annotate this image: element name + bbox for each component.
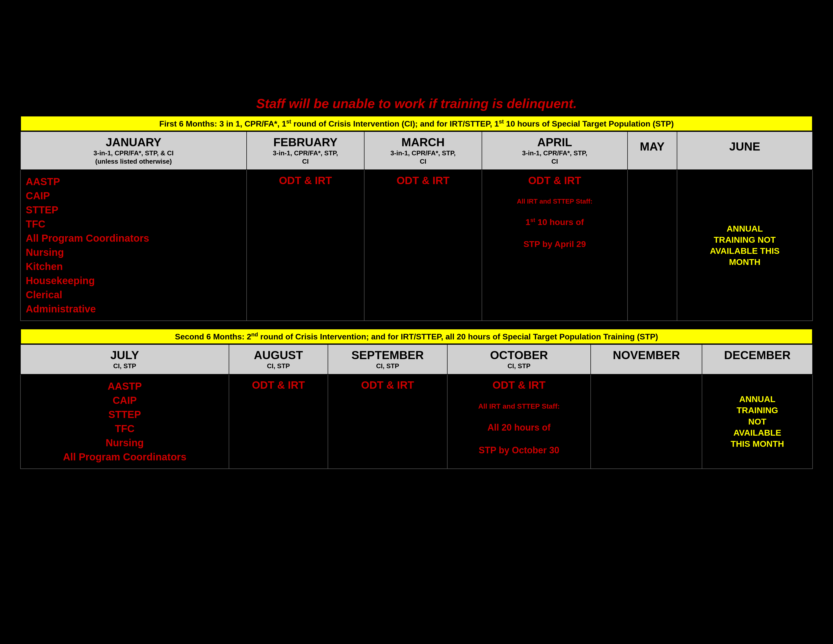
first-half-header-row: JANUARY 3-in-1, CPR/FA*, STP, & CI(unles… xyxy=(21,132,812,170)
march-odt: ODT & IRT xyxy=(397,174,450,187)
october-irt-note-line1: All IRT and STTEP Staff: xyxy=(453,401,585,411)
banner1-text: First 6 Months: 3 in 1, CPR/FA*, 1st rou… xyxy=(159,119,674,128)
july-item-sttep: STTEP xyxy=(26,407,224,422)
main-container: Staff will be unable to work if training… xyxy=(20,96,813,469)
october-irt-note-line3: STP by October 30 xyxy=(453,444,585,457)
january-item-nursing: Nursing xyxy=(26,245,241,259)
october-sub: CI, STP xyxy=(450,362,589,373)
april-irt-note-line1: All IRT and STTEP Staff: xyxy=(487,197,622,206)
headline: Staff will be unable to work if training… xyxy=(20,96,813,111)
section-gap xyxy=(20,321,813,328)
header-september: SEPTEMBER CI, STP xyxy=(328,345,447,374)
december-annual-note: ANNUALTRAININGNOTAVAILABLETHIS MONTH xyxy=(707,393,807,449)
march-sub: 3-in-1, CPR/FA*, STP,CI xyxy=(367,149,479,169)
january-item-coordinators: All Program Coordinators xyxy=(26,231,241,245)
may-sub xyxy=(630,153,675,164)
july-item-caip: CAIP xyxy=(26,393,224,407)
january-item-kitchen: Kitchen xyxy=(26,259,241,274)
first-half-content-row: AASTP CAIP STTEP TFC All Program Coordin… xyxy=(21,170,812,321)
header-november: NOVEMBER xyxy=(591,345,702,374)
cell-october: ODT & IRT All IRT and STTEP Staff: All 2… xyxy=(447,374,591,469)
december-sub xyxy=(704,362,810,373)
august-sub: CI, STP xyxy=(231,362,326,373)
july-item-aastp: AASTP xyxy=(26,379,224,393)
header-march: MARCH 3-in-1, CPR/FA*, STP,CI xyxy=(364,132,482,170)
september-odt: ODT & IRT xyxy=(361,379,414,391)
banner1: First 6 Months: 3 in 1, CPR/FA*, 1st rou… xyxy=(20,116,813,131)
cell-december: ANNUALTRAININGNOTAVAILABLETHIS MONTH xyxy=(702,374,812,469)
january-sub: 3-in-1, CPR/FA*, STP, & CI(unless listed… xyxy=(23,149,244,169)
august-odt: ODT & IRT xyxy=(252,379,305,391)
cell-september: ODT & IRT xyxy=(328,374,447,469)
april-irt-note-line2: 1st 10 hours of xyxy=(487,216,622,228)
header-may: MAY xyxy=(627,132,677,170)
cell-march: ODT & IRT xyxy=(364,170,482,321)
september-sub: CI, STP xyxy=(330,362,445,373)
february-sub: 3-in-1, CPR/FA*, STP,CI xyxy=(249,149,362,169)
january-item-clerical: Clerical xyxy=(26,288,241,302)
cell-november xyxy=(591,374,702,469)
header-april: APRIL 3-in-1, CPR/FA*, STP,CI xyxy=(482,132,627,170)
june-sub xyxy=(679,153,810,164)
january-item-tfc: TFC xyxy=(26,217,241,231)
january-item-sttep: STTEP xyxy=(26,203,241,217)
june-annual-note: ANNUALTRAINING NOTAVAILABLE THISMONTH xyxy=(682,223,807,268)
july-item-tfc: TFC xyxy=(26,422,224,436)
banner2-text: Second 6 Months: 2nd round of Crisis Int… xyxy=(175,332,658,341)
cell-january: AASTP CAIP STTEP TFC All Program Coordin… xyxy=(21,170,247,321)
january-item-caip: CAIP xyxy=(26,188,241,203)
cell-april: ODT & IRT All IRT and STTEP Staff: 1st 1… xyxy=(482,170,627,321)
header-february: FEBRUARY 3-in-1, CPR/FA*, STP,CI xyxy=(247,132,364,170)
cell-august: ODT & IRT xyxy=(229,374,328,469)
november-sub xyxy=(593,362,700,373)
october-odt: ODT & IRT xyxy=(492,379,545,391)
second-half-table: JULY CI, STP AUGUST CI, STP SEPTEMBER CI… xyxy=(20,344,813,469)
january-item-aastp: AASTP xyxy=(26,174,241,188)
february-odt: ODT & IRT xyxy=(279,174,332,187)
january-item-administrative: Administrative xyxy=(26,302,241,316)
header-july: JULY CI, STP xyxy=(21,345,229,374)
cell-february: ODT & IRT xyxy=(247,170,364,321)
april-sub: 3-in-1, CPR/FA*, STP,CI xyxy=(484,149,625,169)
october-irt-block: All IRT and STTEP Staff: All 20 hours of… xyxy=(453,401,585,457)
july-sub: CI, STP xyxy=(23,362,227,373)
first-half-table: JANUARY 3-in-1, CPR/FA*, STP, & CI(unles… xyxy=(20,131,813,321)
header-august: AUGUST CI, STP xyxy=(229,345,328,374)
july-item-coordinators: All Program Coordinators xyxy=(26,450,224,464)
cell-july: AASTP CAIP STTEP TFC Nursing All Program… xyxy=(21,374,229,469)
april-odt: ODT & IRT xyxy=(528,174,581,187)
second-half-content-row: AASTP CAIP STTEP TFC Nursing All Program… xyxy=(21,374,812,469)
april-irt-block: All IRT and STTEP Staff: 1st 10 hours of… xyxy=(487,197,622,250)
cell-june: ANNUALTRAINING NOTAVAILABLE THISMONTH xyxy=(677,170,812,321)
header-january: JANUARY 3-in-1, CPR/FA*, STP, & CI(unles… xyxy=(21,132,247,170)
cell-may xyxy=(627,170,677,321)
header-december: DECEMBER xyxy=(702,345,812,374)
second-half-header-row: JULY CI, STP AUGUST CI, STP SEPTEMBER CI… xyxy=(21,345,812,374)
april-irt-note-line3: STP by April 29 xyxy=(487,238,622,250)
january-item-housekeeping: Housekeeping xyxy=(26,274,241,288)
banner2: Second 6 Months: 2nd round of Crisis Int… xyxy=(20,328,813,344)
october-irt-note-line2: All 20 hours of xyxy=(453,421,585,434)
july-item-nursing: Nursing xyxy=(26,436,224,450)
header-october: OCTOBER CI, STP xyxy=(447,345,591,374)
header-june: JUNE xyxy=(677,132,812,170)
